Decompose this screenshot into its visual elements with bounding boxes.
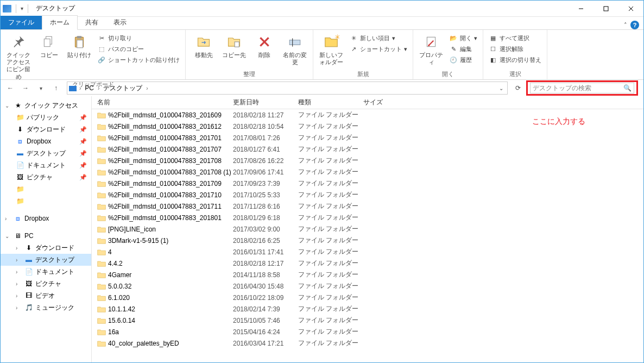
paste-icon	[71, 33, 88, 51]
tab-home[interactable]: ホーム	[42, 15, 78, 30]
file-date: 2017/11/28 6:16	[233, 203, 298, 210]
sidebar-desktop[interactable]: ▬デスクトップ📌	[1, 147, 91, 159]
file-row[interactable]: 3DMark-v1-5-915 (1)2018/02/16 6:25ファイル フ…	[97, 235, 643, 246]
back-button[interactable]: ←	[4, 82, 17, 95]
sidebar-pc-downloads[interactable]: ›⬇ダウンロード	[1, 242, 91, 254]
sidebar-pc-music[interactable]: ›🎵ミュージック	[1, 302, 91, 314]
close-button[interactable]	[618, 1, 643, 17]
sidebar-dropbox-root[interactable]: ›⧈Dropbox	[1, 212, 91, 224]
sidebar-pc[interactable]: ⌄🖥PC	[1, 230, 91, 242]
properties-button[interactable]: プロパティ	[416, 31, 446, 66]
file-row[interactable]: %2Fbill_mdmstd_0100047883_2017102017/10/…	[97, 189, 643, 201]
sidebar-pc-pictures[interactable]: ›🖼ピクチャ	[1, 278, 91, 290]
copypath-button[interactable]: ⬚パスのコピー	[95, 44, 182, 54]
tab-view[interactable]: 表示	[106, 16, 134, 29]
minimize-button[interactable]	[569, 1, 594, 17]
file-type: ファイル フォルダー	[298, 270, 363, 279]
history-button[interactable]: 🕘履歴	[447, 55, 479, 65]
invert-button[interactable]: ◧選択の切り替え	[487, 55, 544, 65]
window-title: デスクトップ	[36, 4, 75, 13]
file-row[interactable]: %2Fbill_mdmstd_0100047883_2017082017/08/…	[97, 155, 643, 166]
address-bar[interactable]: › PC › デスクトップ › ⌄	[67, 82, 508, 95]
search-input[interactable]: デスクトップの検索 🔍	[530, 83, 634, 93]
column-type[interactable]: 種類	[298, 98, 363, 107]
file-row[interactable]: [PNG]LINE_icon2017/03/02 9:00ファイル フォルダー	[97, 223, 643, 235]
file-row[interactable]: %2Fbill_mdmstd_0100047883_2018012018/01/…	[97, 212, 643, 223]
maximize-button[interactable]	[594, 1, 618, 17]
file-name: 3DMark-v1-5-915 (1)	[108, 237, 168, 245]
edit-button[interactable]: ✎編集	[447, 44, 479, 54]
sidebar-pictures[interactable]: 🖼ピクチャ📌	[1, 171, 91, 183]
sidebar-downloads[interactable]: ⬇ダウンロード📌	[1, 123, 91, 135]
cut-button[interactable]: ✂切り取り	[95, 33, 182, 43]
file-row[interactable]: 40_color_palettes_byED2016/03/04 17:21ファ…	[97, 337, 643, 349]
address-dropdown[interactable]: ⌄	[496, 85, 506, 91]
file-row[interactable]: %2Fbill_mdmstd_0100047883_2017112017/11/…	[97, 201, 643, 212]
file-row[interactable]: 6.1.0202016/10/22 18:09ファイル フォルダー	[97, 292, 643, 303]
column-date[interactable]: 更新日時	[233, 98, 298, 107]
sidebar-extra1[interactable]: 📁	[1, 183, 91, 195]
file-date: 2015/10/05 7:46	[233, 317, 298, 324]
sidebar-public[interactable]: 📁パブリック📌	[1, 111, 91, 123]
file-row[interactable]: 4.4.22018/02/18 12:17ファイル フォルダー	[97, 258, 643, 269]
refresh-button[interactable]: ⟳	[512, 84, 524, 92]
up-button[interactable]: ↑	[49, 82, 62, 95]
sidebar-extra2[interactable]: 📁	[1, 195, 91, 207]
pasteshortcut-button[interactable]: 🔗ショートカットの貼り付け	[95, 55, 182, 65]
file-row[interactable]: 15.6.0.142015/10/05 7:46ファイル フォルダー	[97, 315, 643, 326]
qat-dropdown[interactable]: ▾	[21, 5, 23, 11]
sidebar-pc-desktop[interactable]: ›▬デスクトップ	[1, 254, 91, 266]
selectall-button[interactable]: ▦すべて選択	[487, 33, 544, 43]
newfolder-button[interactable]: ✳新しいフォルダー	[317, 31, 346, 66]
open-button[interactable]: 📂開く ▾	[447, 33, 479, 43]
ribbon-collapse-icon[interactable]: ˄	[624, 22, 627, 29]
rename-button[interactable]: 名前の変更	[280, 31, 310, 66]
svg-point-16	[428, 45, 430, 46]
tab-share[interactable]: 共有	[78, 16, 106, 29]
sidebar-quickaccess[interactable]: ⌄★クイック アクセス	[1, 99, 91, 111]
desktop-icon: ▬	[24, 255, 33, 264]
folder-icon	[97, 226, 106, 233]
pin-icon: 📌	[79, 138, 87, 145]
breadcrumb-pc[interactable]: PC	[83, 84, 96, 92]
chevron-icon[interactable]: ›	[78, 85, 82, 91]
sidebar-dropbox[interactable]: ⧈Dropbox📌	[1, 135, 91, 147]
pin-quickaccess-button[interactable]: クイック アクセスにピン留め	[4, 31, 33, 80]
file-type: ファイル フォルダー	[298, 236, 363, 245]
sidebar-pc-documents[interactable]: ›📄ドキュメント	[1, 266, 91, 278]
file-row[interactable]: 4Gamer2014/11/18 8:58ファイル フォルダー	[97, 269, 643, 280]
copy-button[interactable]: コピー	[34, 31, 64, 59]
rename-icon	[286, 33, 304, 51]
chevron-icon[interactable]: ›	[145, 85, 149, 91]
file-type: ファイル フォルダー	[298, 179, 363, 188]
file-row[interactable]: 5.0.0.322016/04/30 15:48ファイル フォルダー	[97, 280, 643, 292]
newitem-button[interactable]: ✳新しい項目 ▾	[347, 33, 409, 43]
new-shortcut-button[interactable]: ↗ショートカット ▾	[347, 44, 409, 54]
file-row[interactable]: 10.1.1.422018/02/14 7:39ファイル フォルダー	[97, 303, 643, 315]
file-row[interactable]: %2Fbill_mdmstd_0100047883_2017072018/01/…	[97, 143, 643, 155]
file-row[interactable]: 16a2015/04/16 4:24ファイル フォルダー	[97, 326, 643, 337]
breadcrumb-desktop[interactable]: デスクトップ	[102, 84, 144, 93]
column-name[interactable]: 名前	[97, 98, 233, 107]
forward-button[interactable]: →	[19, 82, 32, 95]
moveto-button[interactable]: 移動先	[189, 31, 218, 59]
help-icon[interactable]: ?	[630, 21, 639, 29]
file-row[interactable]: %2Fbill_mdmstd_0100047883_2017092017/09/…	[97, 178, 643, 189]
delete-icon	[256, 33, 273, 51]
delete-button[interactable]: 削除	[250, 31, 279, 59]
file-row[interactable]: 42016/01/31 17:41ファイル フォルダー	[97, 246, 643, 258]
paste-button[interactable]: 貼り付け	[65, 31, 94, 59]
file-list: %2Fbill_mdmstd_0100047883_2016092018/02/…	[92, 109, 643, 362]
copyto-button[interactable]: コピー先	[219, 31, 249, 59]
column-size[interactable]: サイズ	[363, 98, 407, 107]
sidebar-documents[interactable]: 📄ドキュメント📌	[1, 159, 91, 171]
tab-file[interactable]: ファイル	[1, 16, 42, 29]
chevron-icon[interactable]: ›	[97, 85, 100, 91]
recent-dropdown[interactable]: ▾	[34, 82, 47, 95]
sidebar-pc-videos[interactable]: ›🎞ビデオ	[1, 290, 91, 302]
selectnone-button[interactable]: ☐選択解除	[487, 44, 544, 54]
file-row[interactable]: %2Fbill_mdmstd_0100047883_201708 (1)2017…	[97, 166, 643, 178]
file-row[interactable]: %2Fbill_mdmstd_0100047883_2017012017/08/…	[97, 132, 643, 143]
folder-icon	[97, 180, 106, 187]
file-type: ファイル フォルダー	[298, 156, 363, 165]
